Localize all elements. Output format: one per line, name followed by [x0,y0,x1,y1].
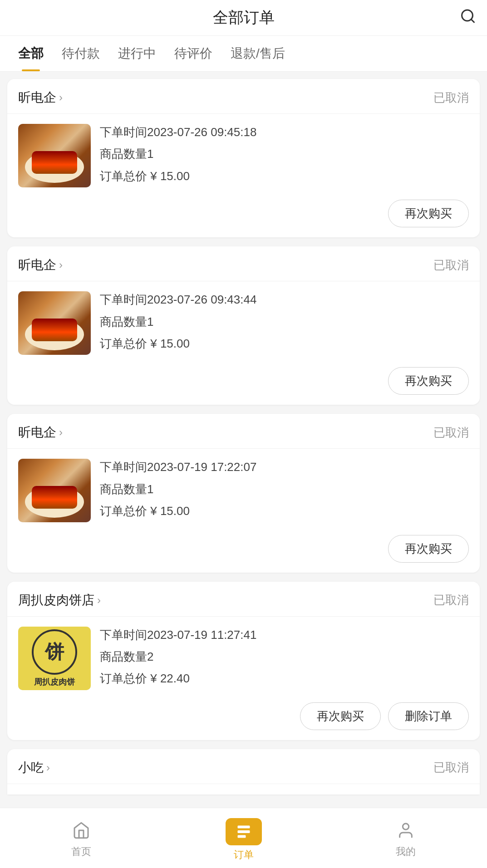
order-time: 下单时间2023-07-19 17:22:07 [100,459,469,475]
tab-pending-review[interactable]: 待评价 [165,36,221,71]
store-name-text: 昕电企 [18,256,56,274]
order-footer: 再次购买 [7,367,480,405]
orders-label: 订单 [234,848,254,862]
store-name[interactable]: 昕电企 › [18,424,63,441]
order-time: 下单时间2023-07-26 09:43:44 [100,291,469,308]
order-body: 饼 周扒皮肉饼 下单时间2023-07-19 11:27:41 商品数量2 订单… [7,617,480,702]
order-total: 订单总价 ¥ 15.00 [100,168,469,184]
delete-order-button[interactable]: 删除订单 [388,702,469,730]
svg-rect-2 [237,826,250,829]
rebuy-button[interactable]: 再次购买 [388,200,469,227]
order-footer: 再次购买 [7,535,480,573]
orders-icon-box [226,818,262,845]
bing-char: 饼 [45,639,64,665]
order-status: 已取消 [433,425,469,441]
order-list: 昕电企 › 已取消 下单时间2023-07-26 09:45:18 商品数量1 … [0,72,487,808]
food-image [18,291,91,355]
tab-refund[interactable]: 退款/售后 [221,36,294,71]
svg-point-5 [403,824,409,829]
order-quantity: 商品数量2 [100,648,469,665]
bing-image: 饼 周扒皮肉饼 [18,627,91,690]
nav-item-home[interactable]: 首页 [0,819,162,861]
order-body: 下单时间2023-07-19 17:22:07 商品数量1 订单总价 ¥ 15.… [7,449,480,535]
order-total: 订单总价 ¥ 15.00 [100,335,469,352]
order-info: 下单时间2023-07-19 11:27:41 商品数量2 订单总价 ¥ 22.… [100,627,469,692]
chevron-right-icon: › [46,761,50,774]
rebuy-button[interactable]: 再次购买 [300,702,381,730]
store-name-text: 昕电企 [18,424,56,441]
order-quantity: 商品数量1 [100,146,469,162]
search-icon[interactable] [460,8,476,28]
order-quantity: 商品数量1 [100,481,469,497]
order-status: 已取消 [433,257,469,273]
profile-icon [397,821,415,842]
order-time: 下单时间2023-07-19 11:27:41 [100,627,469,643]
order-card: 昕电企 › 已取消 下单时间2023-07-26 09:43:44 商品数量1 … [7,246,480,405]
chevron-right-icon: › [97,594,101,607]
order-status-partial: 已取消 [433,760,469,775]
tab-in-progress[interactable]: 进行中 [109,36,165,71]
tab-bar: 全部 待付款 进行中 待评价 退款/售后 [0,36,487,72]
bottom-nav: 首页 订单 我的 [0,808,487,868]
order-header: 昕电企 › 已取消 [7,79,480,114]
bowl-image [18,291,91,355]
order-time: 下单时间2023-07-26 09:45:18 [100,124,469,140]
chevron-right-icon: › [59,91,63,104]
food-image [18,459,91,522]
home-label: 首页 [71,845,91,858]
food-image: 饼 周扒皮肉饼 [18,627,91,690]
order-card: 昕电企 › 已取消 下单时间2023-07-26 09:45:18 商品数量1 … [7,79,480,237]
order-header: 昕电企 › 已取消 [7,414,480,449]
order-total: 订单总价 ¥ 15.00 [100,503,469,519]
order-status: 已取消 [433,90,469,106]
header: 全部订单 [0,0,487,36]
home-icon [72,821,90,842]
tab-all[interactable]: 全部 [9,36,53,71]
bing-subtitle: 周扒皮肉饼 [34,677,75,687]
order-body: 下单时间2023-07-26 09:43:44 商品数量1 订单总价 ¥ 15.… [7,281,480,367]
store-name[interactable]: 周扒皮肉饼店 › [18,592,101,609]
order-quantity: 商品数量1 [100,314,469,330]
order-info: 下单时间2023-07-26 09:45:18 商品数量1 订单总价 ¥ 15.… [100,124,469,190]
chevron-right-icon: › [59,259,63,271]
rebuy-button[interactable]: 再次购买 [388,535,469,563]
order-info: 下单时间2023-07-26 09:43:44 商品数量1 订单总价 ¥ 15.… [100,291,469,357]
store-name-text: 周扒皮肉饼店 [18,592,94,609]
order-header: 昕电企 › 已取消 [7,246,480,281]
store-name-text-partial: 小吃 [18,759,44,776]
profile-label: 我的 [396,845,416,858]
order-footer: 再次购买 删除订单 [7,702,480,740]
nav-item-profile[interactable]: 我的 [325,819,487,861]
svg-line-1 [471,19,474,22]
order-header: 周扒皮肉饼店 › 已取消 [7,582,480,617]
order-body: 下单时间2023-07-26 09:45:18 商品数量1 订单总价 ¥ 15.… [7,114,480,200]
nav-item-orders[interactable]: 订单 [162,815,325,864]
store-name-text: 昕电企 [18,89,56,106]
order-header-partial: 小吃 › 已取消 [7,749,480,784]
page-title: 全部订单 [213,7,275,28]
order-card: 周扒皮肉饼店 › 已取消 饼 周扒皮肉饼 下单时间2023-07-19 11:2… [7,582,480,740]
bowl-image [18,124,91,187]
order-card: 昕电企 › 已取消 下单时间2023-07-19 17:22:07 商品数量1 … [7,414,480,572]
chevron-right-icon: › [59,426,63,439]
order-status: 已取消 [433,592,469,608]
rebuy-button[interactable]: 再次购买 [388,367,469,395]
svg-rect-3 [237,830,250,833]
food-image [18,124,91,187]
bing-circle: 饼 [32,629,77,675]
bowl-image [18,459,91,522]
order-card-partial: 小吃 › 已取消 [7,749,480,794]
tab-pending-pay[interactable]: 待付款 [53,36,109,71]
svg-rect-4 [237,835,246,838]
store-name-partial[interactable]: 小吃 › [18,759,50,776]
store-name[interactable]: 昕电企 › [18,256,63,274]
order-info: 下单时间2023-07-19 17:22:07 商品数量1 订单总价 ¥ 15.… [100,459,469,525]
order-footer: 再次购买 [7,200,480,237]
store-name[interactable]: 昕电企 › [18,89,63,106]
order-total: 订单总价 ¥ 22.40 [100,670,469,687]
